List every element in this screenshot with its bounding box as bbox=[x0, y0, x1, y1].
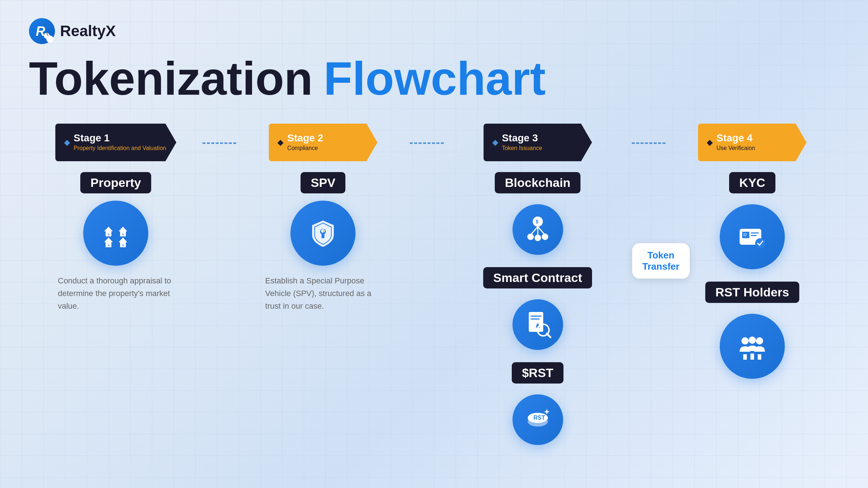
stage2-item-label: SPV bbox=[301, 172, 345, 193]
svg-text:💡: 💡 bbox=[322, 230, 325, 233]
svg-point-45 bbox=[756, 337, 763, 344]
stage3-badge-wrapper: ◆ Stage 3 Token Issuance bbox=[484, 124, 592, 161]
svg-point-26 bbox=[542, 234, 548, 240]
stage1-icon: $ $ $ $ bbox=[83, 201, 148, 266]
svg-rect-16 bbox=[322, 234, 324, 238]
flowchart: ◆ Stage 1 Property Identification and Va… bbox=[29, 124, 839, 454]
token-transfer-bubble: Token Transfer bbox=[632, 243, 690, 279]
svg-text:$: $ bbox=[108, 244, 110, 247]
stage1-num: Stage 1 bbox=[74, 133, 166, 143]
title-part1: Tokenization bbox=[29, 55, 313, 102]
logo: R RealtyX bbox=[29, 18, 839, 44]
stage4-badge: ◆ Stage 4 Use Verificaion bbox=[698, 124, 807, 161]
stage2-num: Stage 2 bbox=[287, 133, 323, 143]
stage3-sub: Token Issuance bbox=[502, 145, 542, 151]
stage2-desc: Establish a Special Purpose Vehicle (SPV… bbox=[265, 274, 381, 313]
logo-name: RealtyX bbox=[60, 22, 116, 40]
main-title: Tokenization Flowchart bbox=[29, 55, 839, 102]
stage4-col: ◆ Stage 4 Use Verificaion KYC ID bbox=[665, 124, 839, 388]
stage4-sub: Use Verificaion bbox=[716, 145, 755, 151]
stage1-item-label: Property bbox=[80, 172, 151, 193]
svg-point-44 bbox=[749, 337, 756, 344]
svg-rect-29 bbox=[531, 318, 540, 320]
stage2-icon: 💡 bbox=[290, 201, 356, 266]
stage2-diamond: ◆ bbox=[277, 138, 284, 147]
stage3-blockchain-icon: $ bbox=[512, 204, 563, 255]
stage3-diamond: ◆ bbox=[492, 138, 498, 147]
stage3-badge: ◆ Stage 3 Token Issuance bbox=[484, 124, 592, 161]
stage1-badge: ◆ Stage 1 Property Identification and Va… bbox=[55, 124, 176, 161]
svg-rect-47 bbox=[750, 354, 754, 360]
stage1-sub: Property Identification and Valuation bbox=[74, 145, 166, 151]
connector1 bbox=[203, 142, 236, 144]
svg-point-24 bbox=[527, 234, 534, 240]
connector3 bbox=[632, 142, 665, 144]
stage4-diamond: ◆ bbox=[707, 138, 713, 147]
stage2-sub: Compliance bbox=[287, 145, 323, 151]
svg-marker-6 bbox=[119, 227, 127, 231]
svg-rect-46 bbox=[743, 354, 747, 360]
stage4-rst-holders-label: RST Holders bbox=[705, 282, 799, 303]
svg-marker-3 bbox=[104, 227, 113, 231]
stage4-items: KYC ID RST Holders bbox=[705, 172, 799, 388]
svg-text:$: $ bbox=[536, 219, 539, 224]
stage1-col: ◆ Stage 1 Property Identification and Va… bbox=[29, 124, 203, 313]
token-transfer-text: Token Transfer bbox=[642, 250, 680, 272]
svg-rect-27 bbox=[529, 312, 543, 332]
stage3-num: Stage 3 bbox=[502, 133, 542, 143]
stage3-blockchain-label: Blockchain bbox=[495, 172, 580, 193]
svg-text:$: $ bbox=[122, 233, 124, 236]
svg-rect-40 bbox=[751, 232, 759, 234]
page: R RealtyX Tokenization Flowchart ◆ Stage… bbox=[0, 0, 868, 488]
stage3-rst-icon: RST bbox=[512, 394, 563, 445]
svg-point-25 bbox=[535, 235, 541, 241]
stage3-smartcontract-label: Smart Contract bbox=[483, 267, 592, 288]
stage4-num: Stage 4 bbox=[716, 133, 755, 143]
svg-point-42 bbox=[755, 238, 765, 248]
stage3-col: ◆ Stage 3 Token Issuance Blockchain $ bbox=[444, 124, 632, 454]
stage3-rst-label: $RST bbox=[512, 362, 563, 384]
stage2-badge-content: Stage 2 Compliance bbox=[287, 133, 323, 151]
stage3-badge-content: Stage 3 Token Issuance bbox=[502, 133, 542, 151]
connector2 bbox=[410, 142, 443, 144]
svg-line-33 bbox=[547, 334, 550, 337]
svg-rect-28 bbox=[531, 316, 541, 317]
svg-rect-41 bbox=[751, 235, 757, 236]
stage4-kyc-label: KYC bbox=[729, 172, 775, 193]
svg-text:$: $ bbox=[122, 244, 124, 247]
svg-point-1 bbox=[44, 33, 50, 39]
svg-marker-12 bbox=[119, 237, 127, 242]
stage1-diamond: ◆ bbox=[64, 138, 70, 147]
stage4-badge-wrapper: ◆ Stage 4 Use Verificaion bbox=[698, 124, 807, 161]
svg-marker-9 bbox=[104, 237, 113, 242]
stage3-smartcontract-icon bbox=[512, 299, 563, 350]
title-part2: Flowchart bbox=[324, 55, 546, 102]
svg-rect-48 bbox=[758, 354, 761, 360]
stage1-desc: Conduct a thorough appraisal to determin… bbox=[58, 274, 174, 313]
svg-text:$: $ bbox=[108, 233, 110, 236]
stage2-badge: ◆ Stage 2 Compliance bbox=[269, 124, 377, 161]
stage4-kyc-icon: ID bbox=[720, 204, 785, 269]
stage4-badge-content: Stage 4 Use Verificaion bbox=[716, 133, 755, 151]
stage1-badge-wrapper: ◆ Stage 1 Property Identification and Va… bbox=[55, 124, 176, 161]
svg-point-43 bbox=[741, 337, 749, 344]
stage3-items: Blockchain $ Smart Contrac bbox=[483, 172, 592, 454]
svg-text:RST: RST bbox=[533, 415, 545, 421]
logo-icon: R bbox=[29, 18, 55, 44]
stage1-badge-content: Stage 1 Property Identification and Valu… bbox=[74, 133, 166, 151]
stage4-rst-holders-icon bbox=[720, 314, 785, 379]
svg-text:R: R bbox=[36, 24, 45, 39]
svg-text:ID: ID bbox=[743, 233, 747, 237]
stage2-col: ◆ Stage 2 Compliance SPV bbox=[236, 124, 410, 313]
stage2-badge-wrapper: ◆ Stage 2 Compliance bbox=[269, 124, 377, 161]
